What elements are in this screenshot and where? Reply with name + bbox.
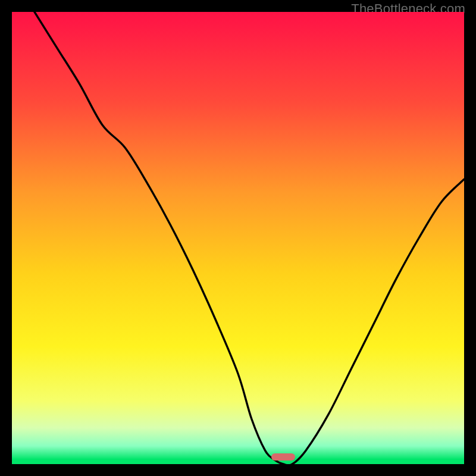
chart-frame: TheBottleneck.com xyxy=(0,0,476,476)
optimal-marker xyxy=(271,453,295,461)
svg-rect-0 xyxy=(12,12,464,464)
heat-gradient xyxy=(12,12,464,464)
baseline-band xyxy=(12,459,464,464)
plot-area xyxy=(12,12,464,464)
